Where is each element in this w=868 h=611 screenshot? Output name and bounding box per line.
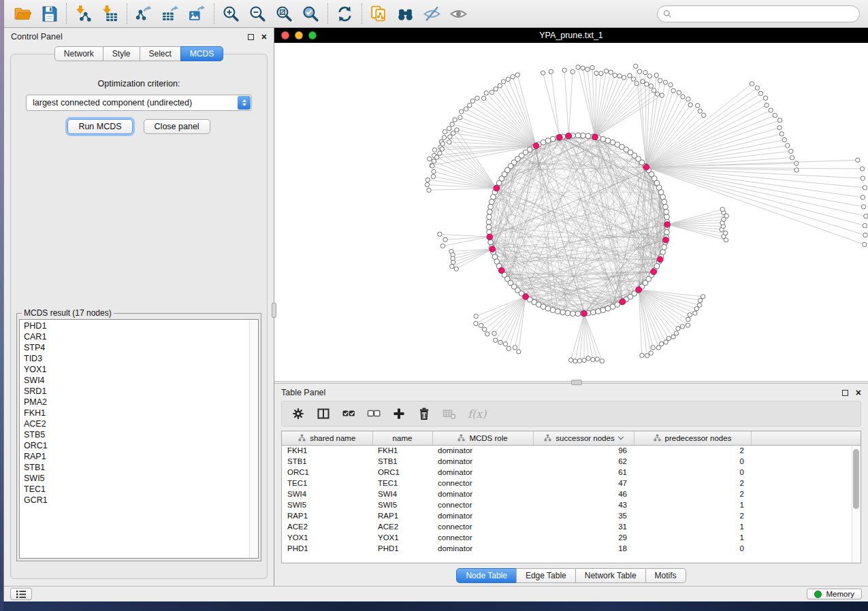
mcds-result-item[interactable]: PHD1 [24, 320, 248, 331]
refresh-button[interactable] [332, 2, 358, 26]
window-close-icon[interactable] [281, 31, 289, 39]
cell-name[interactable]: TEC1 [372, 478, 432, 489]
open-file-button[interactable] [10, 2, 36, 26]
cell-predecessor-nodes[interactable]: 1 [634, 532, 751, 543]
cell-mcds-role[interactable]: dominator [432, 456, 533, 467]
table-row[interactable]: SWI4 SWI4 dominator 46 2 [282, 489, 861, 499]
cell-shared-name[interactable]: PHD1 [282, 543, 372, 554]
column-header[interactable]: shared name [282, 431, 372, 445]
control-panel-tab[interactable]: Network [54, 46, 103, 61]
show-all-button[interactable] [445, 2, 472, 26]
cell-predecessor-nodes[interactable]: 1 [634, 499, 751, 510]
list-scrollbar-track[interactable] [249, 320, 258, 558]
export-network-button[interactable] [131, 2, 157, 26]
cell-successor-nodes[interactable]: 43 [533, 499, 634, 510]
cell-predecessor-nodes[interactable]: 0 [634, 543, 751, 554]
criterion-select[interactable]: largest connected component (undirected) [26, 95, 252, 111]
table-scrollbar-thumb[interactable] [853, 449, 859, 509]
share-document-button[interactable] [366, 2, 392, 26]
mcds-result-item[interactable]: SWI4 [24, 375, 248, 386]
cell-mcds-role[interactable]: dominator [432, 445, 533, 456]
cell-shared-name[interactable]: YOX1 [282, 532, 372, 543]
split-view-icon[interactable] [317, 407, 330, 420]
mcds-result-item[interactable]: GCR1 [24, 495, 248, 506]
column-header[interactable]: successor nodes [533, 431, 634, 445]
cell-name[interactable]: STB1 [372, 456, 432, 467]
cell-mcds-role[interactable]: connector [432, 478, 533, 489]
network-canvas[interactable] [274, 43, 868, 381]
cell-name[interactable]: YOX1 [372, 532, 432, 543]
mcds-result-item[interactable]: PMA2 [24, 397, 248, 408]
cell-successor-nodes[interactable]: 47 [533, 478, 634, 489]
table-scrollbar-track[interactable] [852, 446, 861, 563]
cell-mcds-role[interactable]: connector [432, 499, 533, 510]
mcds-result-list[interactable]: PHD1 CAR1 STP4 TID3 YOX1 SWI4 SRD1 [19, 319, 259, 559]
table-row[interactable]: ORC1 ORC1 dominator 61 0 [282, 467, 861, 478]
cell-name[interactable]: ACE2 [372, 521, 432, 532]
table-tab[interactable]: Edge Table [516, 568, 576, 583]
horizontal-splitter[interactable] [274, 381, 868, 384]
zoom-fit-button[interactable] [271, 2, 298, 26]
table-row[interactable]: RAP1 RAP1 dominator 35 2 [282, 510, 861, 521]
cell-name[interactable]: ORC1 [372, 467, 432, 478]
window-zoom-icon[interactable] [308, 31, 317, 39]
cell-successor-nodes[interactable]: 96 [533, 445, 634, 456]
table-row[interactable]: TEC1 TEC1 connector 47 2 [282, 478, 861, 489]
table-row[interactable]: SWI5 SWI5 connector 43 1 [282, 499, 861, 510]
cell-mcds-role[interactable]: dominator [432, 510, 533, 521]
mcds-result-item[interactable]: SWI5 [24, 473, 248, 484]
table-row[interactable]: YOX1 YOX1 connector 29 1 [282, 532, 861, 543]
cell-predecessor-nodes[interactable]: 1 [634, 521, 751, 532]
cell-successor-nodes[interactable]: 61 [533, 467, 634, 478]
cell-mcds-role[interactable]: dominator [432, 467, 533, 478]
cell-successor-nodes[interactable]: 46 [533, 489, 634, 499]
cell-shared-name[interactable]: ACE2 [282, 521, 372, 532]
mcds-result-item[interactable]: ACE2 [24, 418, 248, 429]
cell-name[interactable]: SWI5 [372, 499, 432, 510]
network-graph[interactable] [274, 43, 868, 381]
cell-mcds-role[interactable]: connector [432, 532, 533, 543]
cell-shared-name[interactable]: SWI4 [282, 489, 372, 499]
mcds-result-item[interactable]: STB1 [24, 462, 248, 473]
float-panel-icon[interactable] [842, 390, 848, 396]
mcds-result-item[interactable]: FKH1 [24, 408, 248, 418]
cell-name[interactable]: FKH1 [372, 445, 432, 456]
mcds-result-item[interactable]: SRD1 [24, 386, 248, 397]
cell-predecessor-nodes[interactable]: 0 [634, 456, 751, 467]
control-panel-tab[interactable]: MCDS [180, 46, 223, 61]
table-row[interactable]: ACE2 ACE2 connector 31 1 [282, 521, 861, 532]
window-minimize-icon[interactable] [295, 31, 303, 39]
mcds-result-item[interactable]: YOX1 [24, 364, 248, 375]
export-table-button[interactable] [157, 2, 184, 26]
cell-shared-name[interactable]: FKH1 [282, 445, 372, 456]
cell-name[interactable]: RAP1 [372, 510, 432, 521]
mcds-result-item[interactable]: TEC1 [24, 484, 248, 495]
close-panel-button[interactable]: Close panel [144, 119, 210, 134]
cell-shared-name[interactable]: SWI5 [282, 499, 372, 510]
binoculars-button[interactable] [392, 2, 419, 26]
cell-predecessor-nodes[interactable]: 0 [634, 467, 751, 478]
cell-name[interactable]: PHD1 [372, 543, 432, 554]
control-panel-tab[interactable]: Select [140, 46, 181, 61]
table-tab[interactable]: Node Table [456, 568, 517, 583]
zoom-in-button[interactable] [218, 2, 244, 26]
table-tab[interactable]: Network Table [575, 568, 646, 583]
node-table[interactable]: shared name name MCDS role successor nod… [282, 431, 861, 554]
add-column-icon[interactable] [392, 407, 406, 420]
cell-successor-nodes[interactable]: 29 [533, 532, 634, 543]
float-panel-icon[interactable] [248, 34, 254, 40]
zoom-selected-button[interactable] [298, 2, 324, 26]
cell-mcds-role[interactable]: dominator [432, 489, 533, 499]
cell-shared-name[interactable]: STB1 [282, 456, 372, 467]
panel-list-button[interactable] [10, 588, 32, 600]
deselect-all-checkboxes-icon[interactable] [367, 407, 381, 420]
export-image-button[interactable] [184, 2, 210, 26]
column-header[interactable]: MCDS role [432, 431, 533, 445]
cell-shared-name[interactable]: TEC1 [282, 478, 372, 489]
cell-shared-name[interactable]: ORC1 [282, 467, 372, 478]
cell-mcds-role[interactable]: connector [432, 521, 533, 532]
settings-gear-icon[interactable] [291, 407, 305, 420]
table-tab[interactable]: Motifs [645, 568, 686, 583]
cell-successor-nodes[interactable]: 31 [533, 521, 634, 532]
horizontal-splitter-grip[interactable] [571, 380, 582, 385]
